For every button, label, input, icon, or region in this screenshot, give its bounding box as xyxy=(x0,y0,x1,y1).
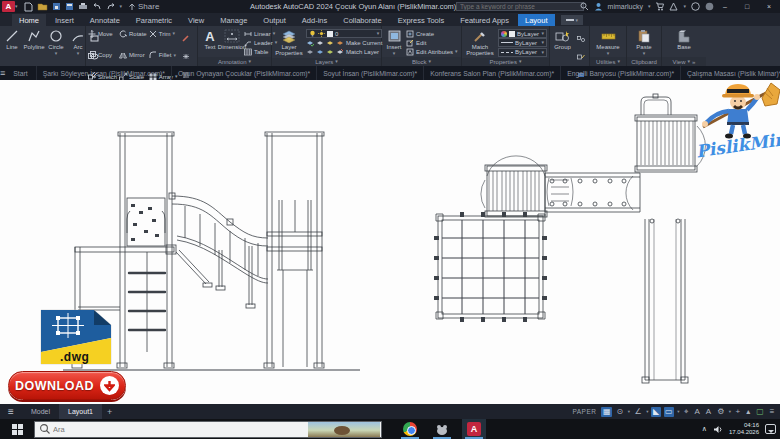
layer-properties-button[interactable]: Layer Properties xyxy=(274,28,304,58)
panel-label-annotation[interactable]: Annotation▾ xyxy=(198,57,271,66)
tab-annotate[interactable]: Annotate xyxy=(83,14,127,26)
tab-parametric[interactable]: Parametric xyxy=(129,14,179,26)
autoscale-icon[interactable]: A xyxy=(704,407,712,417)
user-caret-icon[interactable]: ▾ xyxy=(648,4,651,9)
linetype-control[interactable]: ByLayer ▾ xyxy=(498,48,547,57)
lineweight-control[interactable]: ByLayer ▾ xyxy=(498,38,547,47)
panel-overflow-icon[interactable]: » xyxy=(692,59,695,65)
match-properties-button[interactable]: Match Properties xyxy=(464,28,496,58)
snap-caret-icon[interactable]: ▾ xyxy=(628,409,630,414)
tab-insert[interactable]: Insert xyxy=(48,14,81,26)
tab-express-tools[interactable]: Express Tools xyxy=(391,14,452,26)
polar-caret-icon[interactable]: ▾ xyxy=(646,409,648,414)
trim-button[interactable]: Trim▾ xyxy=(149,29,178,38)
new-file-icon[interactable] xyxy=(24,2,33,12)
paste-button[interactable]: Paste ▾ xyxy=(634,28,654,57)
layout-menu-icon[interactable]: ≡ xyxy=(0,406,22,417)
tab-view[interactable]: View xyxy=(181,14,211,26)
file-tab[interactable]: Engelli Banyosu (PislikMimar.com)* xyxy=(561,66,681,80)
tab-layout[interactable]: Layout xyxy=(518,14,555,26)
rotate-button[interactable]: Rotate xyxy=(119,29,147,38)
match-layer-button[interactable]: Match Layer xyxy=(306,48,382,57)
group-edit-icon[interactable] xyxy=(577,46,585,64)
plot-icon[interactable] xyxy=(78,2,88,11)
start-button[interactable] xyxy=(0,419,34,439)
edit-attributes-button[interactable]: Edit Attributes▾ xyxy=(406,47,458,56)
panel-label-layers[interactable]: Layers▾ xyxy=(272,58,381,66)
file-tab[interactable]: Oyun Oynayan Çocuklar (PislikMimar.com)* xyxy=(172,66,317,80)
mirror-button[interactable]: Mirror xyxy=(119,51,147,60)
file-tab-start[interactable]: Start xyxy=(5,66,36,80)
fillet-button[interactable]: Fillet▾ xyxy=(149,51,178,60)
qat-customize-caret-icon[interactable]: ▾ xyxy=(120,4,123,9)
file-tab[interactable]: Soyut İnsan (PislikMimar.com)* xyxy=(317,66,424,80)
dimension-button[interactable]: Dimension xyxy=(222,28,242,57)
redo-icon[interactable] xyxy=(106,3,116,11)
polar-toggle-icon[interactable]: ∠ xyxy=(633,407,643,417)
app-taskbar-icon[interactable] xyxy=(430,419,454,439)
selection-cycling-icon[interactable]: ⌖ xyxy=(682,407,690,417)
layer-select[interactable]: 0 ▾ xyxy=(306,29,382,38)
user-icon[interactable] xyxy=(594,2,603,11)
tab-featured-apps[interactable]: Featured Apps xyxy=(453,14,516,26)
model-tab[interactable]: Model xyxy=(22,404,59,419)
new-layout-button[interactable]: + xyxy=(107,407,112,417)
volume-icon[interactable] xyxy=(713,425,723,434)
ribbon-display-toggle[interactable]: ▾ xyxy=(561,15,584,25)
download-button[interactable]: DOWNLOAD xyxy=(8,371,126,400)
apps-caret-icon[interactable]: ▾ xyxy=(683,4,686,9)
minimize-button[interactable]: – xyxy=(714,0,736,13)
maximize-button[interactable]: □ xyxy=(736,0,758,13)
share-button[interactable]: Share xyxy=(128,2,159,11)
app-menu-button[interactable]: A xyxy=(2,1,15,12)
panel-label-properties[interactable]: Properties▾ xyxy=(462,58,549,66)
file-tab[interactable]: Şarkı Söyleyen İnsan (PislikMimar.com)* xyxy=(37,66,172,80)
taskbar-clock[interactable]: 04:16 17.04.2026 xyxy=(729,422,759,437)
make-current-button[interactable]: Make Current xyxy=(306,38,382,47)
help-icon[interactable] xyxy=(691,2,700,11)
edit-block-button[interactable]: Edit xyxy=(406,38,458,47)
erase-tool-icon[interactable] xyxy=(182,28,190,46)
annotation-scale-icon[interactable]: ⚙ xyxy=(716,407,726,417)
save-as-icon[interactable] xyxy=(65,2,74,11)
help-search-input[interactable] xyxy=(457,3,583,10)
dynamic-input-toggle-icon[interactable]: ▭ xyxy=(664,407,675,417)
search-highlight-image[interactable] xyxy=(308,422,380,437)
copy-button[interactable]: Copy xyxy=(88,51,117,60)
explode-tool-icon[interactable] xyxy=(182,46,190,64)
username[interactable]: mimarlucky xyxy=(608,3,643,10)
create-block-button[interactable]: Create xyxy=(406,29,458,38)
tab-collaborate[interactable]: Collaborate xyxy=(336,14,388,26)
color-control[interactable]: ByLayer ▾ xyxy=(498,29,547,38)
notifications-icon[interactable] xyxy=(705,2,714,11)
search-icon[interactable] xyxy=(580,2,589,11)
panel-label-clipboard[interactable]: Clipboard xyxy=(627,57,661,66)
paper-space-label[interactable]: PAPER xyxy=(572,408,596,415)
tab-addins[interactable]: Add-ins xyxy=(295,14,334,26)
panel-label-utilities[interactable]: Utilities▾ xyxy=(590,57,626,66)
action-center-icon[interactable] xyxy=(765,424,776,434)
autodesk-apps-icon[interactable] xyxy=(669,2,678,11)
tray-expand-icon[interactable]: ∧ xyxy=(702,425,707,433)
drawing-canvas[interactable]: PislikMimar .dwg DOWNLOAD xyxy=(0,80,780,404)
cart-icon[interactable] xyxy=(655,2,664,11)
isodraft-toggle-icon[interactable]: ◣ xyxy=(651,407,660,417)
undo-icon[interactable] xyxy=(92,3,102,11)
help-search-box[interactable] xyxy=(456,2,584,11)
snap-toggle-icon[interactable]: ⊙ xyxy=(615,407,625,417)
move-button[interactable]: Move xyxy=(88,29,117,38)
save-icon[interactable] xyxy=(52,2,61,11)
dyninput-caret-icon[interactable]: ▾ xyxy=(677,409,679,414)
panel-label-view[interactable]: View▾» xyxy=(662,57,706,66)
annoscale-caret-icon[interactable]: ▾ xyxy=(729,409,731,414)
panel-label-block[interactable]: Block▾ xyxy=(382,57,461,66)
file-tab[interactable]: Çalışma Masası (Pislik Mimar)* xyxy=(681,66,780,80)
chrome-taskbar-icon[interactable] xyxy=(398,419,422,439)
file-tab[interactable]: Konferans Salon Plan (PislikMimar.com)* xyxy=(424,66,561,80)
ungroup-icon[interactable] xyxy=(577,28,585,46)
taskbar-search-input[interactable] xyxy=(51,425,308,434)
customization-icon[interactable]: ≡ xyxy=(768,407,776,417)
chevron-down-icon[interactable]: ▾ xyxy=(15,4,18,9)
annotation-monitor-icon[interactable]: ▴ xyxy=(745,407,752,417)
grid-toggle-icon[interactable]: ▦ xyxy=(601,407,612,417)
